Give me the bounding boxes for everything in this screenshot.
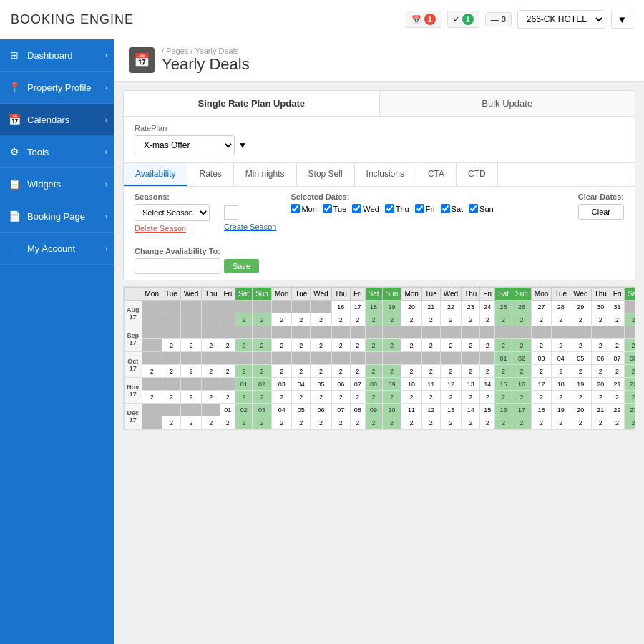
calendar-cell[interactable]	[202, 326, 220, 339]
calendar-cell-value[interactable]: 2	[512, 339, 532, 352]
calendar-cell[interactable]: 08	[625, 352, 635, 365]
calendar-cell-value[interactable]: 2	[220, 416, 235, 429]
calendar-cell[interactable]: 25	[495, 301, 512, 313]
calendar-cell[interactable]: 23	[462, 301, 480, 313]
calendar-cell-value[interactable]: 2	[162, 391, 180, 404]
calendar-cell[interactable]	[552, 326, 570, 339]
sidebar-item-property-profile[interactable]: 📍 Property Profile ›	[0, 72, 114, 104]
calendar-cell-value[interactable]: 2	[552, 365, 570, 378]
calendar-cell-value[interactable]: 2	[625, 313, 635, 326]
day-check-mon[interactable]: Mon	[291, 204, 316, 213]
calendar-cell-value[interactable]: 2	[625, 365, 635, 378]
calendar-cell[interactable]	[253, 301, 272, 313]
calendar-cell[interactable]	[180, 352, 201, 365]
calendar-cell[interactable]	[235, 326, 253, 339]
rate-plan-select[interactable]: X-mas Offer	[135, 135, 235, 155]
calendar-cell[interactable]: 08	[365, 378, 382, 391]
calendar-cell[interactable]	[440, 352, 461, 365]
calendar-cell-value[interactable]: 2	[235, 416, 253, 429]
calendar-cell[interactable]: 31	[610, 301, 625, 313]
calendar-cell-value[interactable]: 2	[142, 391, 162, 404]
calendar-cell-value[interactable]: 2	[350, 416, 365, 429]
calendar-cell[interactable]: 01	[495, 352, 512, 365]
calendar-cell-value[interactable]: 2	[591, 391, 610, 404]
calendar-cell[interactable]: 14	[480, 378, 495, 391]
calendar-cell[interactable]: 01	[220, 404, 235, 416]
calendar-cell[interactable]: 08	[350, 404, 365, 416]
calendar-cell-value[interactable]: 2	[292, 313, 311, 326]
calendar-cell-value[interactable]: 2	[382, 339, 401, 352]
calendar-cell-value[interactable]: 2	[271, 339, 291, 352]
calendar-cell[interactable]: 12	[421, 404, 440, 416]
save-button[interactable]: Save	[224, 259, 259, 273]
calendar-cell[interactable]	[220, 301, 235, 313]
calendar-cell-value[interactable]: 2	[331, 313, 350, 326]
calendar-cell-value[interactable]: 2	[591, 313, 610, 326]
calendar-cell[interactable]	[162, 326, 180, 339]
calendar-cell-value[interactable]: 2	[625, 339, 635, 352]
calendar-cell[interactable]	[162, 378, 180, 391]
calendar-cell-value[interactable]: 2	[142, 365, 162, 378]
calendar-cell-value[interactable]: 2	[570, 365, 591, 378]
calendar-cell[interactable]: 23	[625, 404, 635, 416]
calendar-cell[interactable]: 13	[440, 404, 461, 416]
calendar-cell-value[interactable]: 2	[365, 416, 382, 429]
calendar-cell[interactable]: 06	[311, 404, 331, 416]
tab-rates[interactable]: Rates	[187, 163, 233, 186]
calendar-cell[interactable]	[625, 326, 635, 339]
calendar-cell-value[interactable]: 2	[440, 416, 461, 429]
calendar-badge[interactable]: 📅 1	[406, 11, 441, 28]
calendar-cell[interactable]: 26	[512, 301, 532, 313]
tab-availability[interactable]: Availability	[124, 163, 187, 186]
calendar-cell[interactable]: 06	[331, 378, 350, 391]
calendar-cell[interactable]	[610, 326, 625, 339]
calendar-cell-value[interactable]	[180, 313, 201, 326]
calendar-cell-value[interactable]: 2	[495, 339, 512, 352]
calendar-cell[interactable]: 07	[610, 352, 625, 365]
calendar-cell[interactable]: 21	[610, 378, 625, 391]
calendar-cell-value[interactable]: 2	[421, 339, 440, 352]
calendar-cell-value[interactable]: 2	[365, 391, 382, 404]
calendar-cell[interactable]: 16	[331, 301, 350, 313]
calendar-cell[interactable]: 09	[382, 378, 401, 391]
calendar-cell[interactable]: 20	[570, 404, 591, 416]
calendar-cell[interactable]: 28	[552, 301, 570, 313]
calendar-cell-value[interactable]: 2	[235, 365, 253, 378]
calendar-cell[interactable]	[220, 326, 235, 339]
calendar-cell[interactable]	[142, 404, 162, 416]
calendar-cell-value[interactable]: 2	[421, 391, 440, 404]
day-check-thu[interactable]: Thu	[385, 204, 409, 213]
calendar-cell-value[interactable]: 2	[531, 339, 551, 352]
calendar-cell[interactable]	[162, 301, 180, 313]
calendar-cell[interactable]	[202, 378, 220, 391]
calendar-cell[interactable]	[462, 326, 480, 339]
calendar-cell[interactable]	[382, 326, 401, 339]
calendar-cell-value[interactable]: 2	[480, 313, 495, 326]
calendar-cell[interactable]	[235, 352, 253, 365]
calendar-cell[interactable]	[462, 352, 480, 365]
calendar-cell-value[interactable]: 2	[440, 365, 461, 378]
calendar-cell-value[interactable]: 2	[495, 313, 512, 326]
calendar-cell[interactable]: 21	[421, 301, 440, 313]
calendar-cell-value[interactable]: 2	[202, 365, 220, 378]
calendar-cell[interactable]: 04	[292, 378, 311, 391]
calendar-cell-value[interactable]: 2	[552, 313, 570, 326]
calendar-cell-value[interactable]: 2	[495, 391, 512, 404]
calendar-cell-value[interactable]: 2	[292, 391, 311, 404]
settings-button[interactable]: ▼	[611, 11, 633, 29]
calendar-cell[interactable]: 07	[350, 378, 365, 391]
calendar-cell[interactable]: 07	[331, 404, 350, 416]
calendar-cell[interactable]	[292, 326, 311, 339]
calendar-cell-value[interactable]: 2	[552, 416, 570, 429]
calendar-cell-value[interactable]: 2	[610, 391, 625, 404]
calendar-cell-value[interactable]: 2	[462, 416, 480, 429]
calendar-cell-value[interactable]: 2	[570, 339, 591, 352]
calendar-cell[interactable]	[311, 352, 331, 365]
calendar-cell-value[interactable]: 2	[271, 416, 291, 429]
calendar-cell[interactable]: 02	[253, 378, 272, 391]
calendar-cell[interactable]: 19	[570, 378, 591, 391]
calendar-cell[interactable]: 21	[591, 404, 610, 416]
calendar-cell[interactable]	[142, 301, 162, 313]
sidebar-item-calendars[interactable]: 📅 Calendars ›	[0, 104, 114, 136]
calendar-cell[interactable]: 02	[235, 404, 253, 416]
